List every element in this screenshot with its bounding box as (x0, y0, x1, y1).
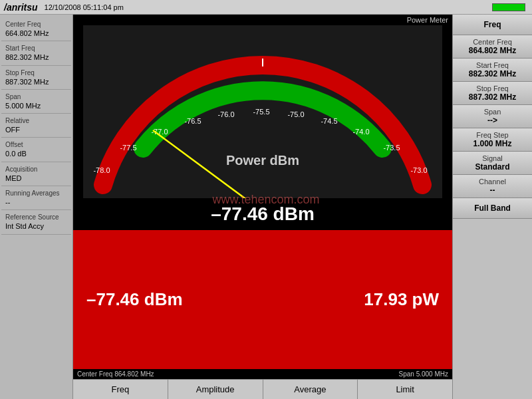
bottom-tab-amplitude[interactable]: Amplitude (168, 380, 263, 399)
battery-indicator (492, 3, 525, 11)
svg-text:-77.5: -77.5 (120, 144, 136, 152)
left-param-7: Running Averages -- (1, 186, 71, 210)
left-param-label-3: Span (5, 92, 67, 101)
svg-text:-74.0: -74.0 (352, 128, 369, 136)
right-btn-4[interactable]: Span --> (453, 105, 532, 128)
right-btn-3[interactable]: Stop Freq 887.302 MHz (453, 82, 532, 105)
right-btn-1[interactable]: Center Freq 864.802 MHz (453, 35, 532, 59)
right-btn-label-4: Span (457, 108, 528, 116)
right-btn-label-2: Start Freq (457, 61, 528, 69)
bottom-tab-freq[interactable]: Freq (73, 380, 168, 399)
status-left: Center Freq 864.802 MHz (77, 370, 154, 378)
left-param-label-5: Offset (5, 140, 67, 149)
svg-text:-76.5: -76.5 (184, 117, 201, 125)
left-param-6: Acquisition MED (1, 162, 71, 186)
left-param-value-8: Int Std Accy (5, 221, 67, 231)
left-param-4: Relative OFF (1, 114, 71, 138)
left-param-value-0: 664.802 MHz (5, 29, 67, 38)
right-btn-value-6: Standard (457, 162, 528, 172)
power-meter-label: Power Meter (73, 15, 452, 25)
right-btn-6[interactable]: Signal Standard (453, 152, 532, 175)
main-layout: Center Freq 664.802 MHzStart Freq 882.30… (0, 15, 532, 399)
left-param-label-1: Start Freq (5, 44, 67, 53)
datetime: 12/10/2008 05:11:04 pm (45, 3, 492, 11)
bottom-pw-value: 17.93 pW (364, 289, 439, 310)
right-btn-value-4: --> (457, 116, 528, 125)
left-param-1: Start Freq 882.302 MHz (1, 41, 71, 65)
left-param-5: Offset 0.0 dB (1, 138, 71, 162)
right-btn-label-6: Signal (457, 154, 528, 162)
bottom-tab-average[interactable]: Average (263, 380, 358, 399)
left-param-value-2: 887.302 MHz (5, 77, 67, 86)
right-btn-label-5: Freq Step (457, 131, 528, 139)
right-btn-2[interactable]: Start Freq 882.302 MHz (453, 59, 532, 82)
left-param-value-3: 5.000 MHz (5, 101, 67, 110)
left-param-label-0: Center Freq (5, 20, 67, 29)
right-btn-value-1: 864.802 MHz (457, 46, 528, 55)
right-btn-value-5: 1.000 MHz (457, 139, 528, 148)
svg-text:-73.5: -73.5 (383, 144, 400, 152)
right-btn-label-7: Channel (457, 178, 528, 186)
right-btn-7[interactable]: Channel -- (453, 175, 532, 198)
bottom-dbm-value: –77.46 dBm (86, 289, 183, 310)
right-btn-8[interactable]: Full Band (453, 198, 532, 219)
left-param-value-7: -- (5, 198, 67, 207)
left-param-label-7: Running Averages (5, 189, 67, 198)
main-reading: –77.46 dBm (73, 198, 452, 230)
right-btn-5[interactable]: Freq Step 1.000 MHz (453, 128, 532, 152)
svg-text:-73.0: -73.0 (410, 166, 427, 174)
right-btn-label-3: Stop Freq (457, 84, 528, 92)
left-param-value-1: 882.302 MHz (5, 53, 67, 62)
svg-text:-74.5: -74.5 (321, 117, 337, 125)
left-param-label-2: Stop Freq (5, 68, 67, 77)
status-bar: Center Freq 864.802 MHz Span 5.000 MHz (73, 369, 452, 379)
left-param-value-6: MED (5, 174, 67, 183)
svg-text:-76.0: -76.0 (217, 110, 234, 118)
svg-text:Power dBm: Power dBm (226, 153, 299, 168)
left-param-value-4: OFF (5, 125, 67, 134)
right-btn-0[interactable]: Freq (453, 15, 532, 35)
left-param-8: Reference Source Int Std Accy (1, 210, 71, 234)
bottom-display: –77.46 dBm www.tehencom.com 17.93 pW (73, 230, 452, 369)
left-param-label-6: Acquisition (5, 165, 67, 174)
bottom-tabs: FreqAmplitudeAverageLimit (73, 379, 452, 399)
gauge-area: -78.0 -77.5 -77.0 -76.5 -76.0 -75.5 -75.… (73, 25, 452, 198)
status-right: Span 5.000 MHz (399, 370, 449, 378)
left-param-label-8: Reference Source (5, 213, 67, 221)
left-param-2: Stop Freq 887.302 MHz (1, 66, 71, 90)
left-param-value-5: 0.0 dB (5, 149, 67, 158)
left-param-label-4: Relative (5, 116, 67, 125)
top-bar: /anritsu 12/10/2008 05:11:04 pm (0, 0, 532, 15)
center-area: Power Meter -78.0 -77.5 -77.0 -76.5 -76 (73, 15, 452, 399)
svg-text:-75.5: -75.5 (253, 108, 269, 116)
bottom-tab-limit[interactable]: Limit (358, 380, 452, 399)
left-param-3: Span 5.000 MHz (1, 90, 71, 114)
right-sidebar: FreqCenter Freq 864.802 MHzStart Freq 88… (452, 15, 532, 399)
reading-value: –77.46 dBm (211, 203, 315, 224)
right-btn-value-3: 887.302 MHz (457, 92, 528, 102)
svg-text:-78.0: -78.0 (93, 166, 110, 174)
left-param-0: Center Freq 664.802 MHz (1, 17, 71, 41)
left-sidebar: Center Freq 664.802 MHzStart Freq 882.30… (0, 15, 73, 399)
anritsu-logo: /anritsu (4, 2, 38, 13)
right-btn-label-1: Center Freq (457, 38, 528, 46)
right-btn-value-7: -- (457, 186, 528, 195)
right-btn-value-2: 882.302 MHz (457, 69, 528, 78)
svg-text:-75.0: -75.0 (287, 110, 304, 118)
